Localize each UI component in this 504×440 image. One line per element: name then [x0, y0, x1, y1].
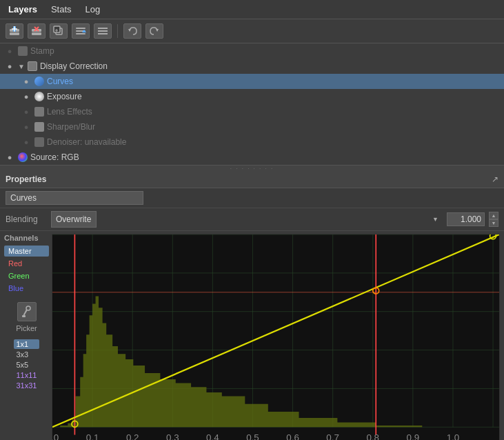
svg-text:0.0: 0.0: [52, 432, 59, 440]
eye-stamp[interactable]: ●: [4, 46, 15, 57]
move-up-button[interactable]: [72, 23, 90, 39]
properties-arrow[interactable]: ↗: [492, 174, 498, 184]
duplicate-button[interactable]: [50, 23, 68, 39]
thumb-stamp: [18, 46, 28, 56]
eye-denoiser[interactable]: ●: [21, 137, 32, 148]
layer-curves[interactable]: ● Curves: [0, 74, 504, 89]
svg-rect-17: [98, 28, 108, 29]
picker-area: Picker 1x1 3x3 5x5 11x11 31x31: [4, 302, 49, 390]
picker-label: Picker: [16, 324, 37, 332]
thumb-curves: [34, 77, 44, 86]
delete-layer-button[interactable]: [28, 23, 46, 39]
blending-select[interactable]: Overwrite Normal Add Multiply Screen: [51, 211, 97, 228]
svg-line-25: [26, 310, 27, 312]
eye-display[interactable]: ●: [4, 61, 15, 72]
svg-marker-20: [128, 29, 131, 32]
svg-text:0.6: 0.6: [286, 432, 299, 440]
channels-panel: Channels Master Red Green Blue Picker: [4, 234, 49, 440]
svg-text:0.7: 0.7: [326, 432, 339, 440]
undo-button[interactable]: [123, 23, 141, 39]
menu-layers[interactable]: Layers: [6, 3, 40, 16]
properties-title: Properties: [6, 174, 46, 184]
layer-source-name: Source: RGB: [30, 152, 500, 162]
properties-header: Properties ↗: [0, 171, 504, 188]
blending-label: Blending: [6, 214, 47, 224]
bottom-section: Properties ↗ Blending Overwrite Normal A…: [0, 171, 504, 440]
list-view-button[interactable]: [94, 23, 112, 39]
toolbar: [0, 19, 504, 43]
layer-exposure[interactable]: ● Exposure: [0, 89, 504, 104]
collapse-display[interactable]: ▼: [18, 63, 25, 70]
svg-marker-43: [52, 296, 499, 427]
eye-source[interactable]: ●: [4, 152, 15, 163]
channel-blue[interactable]: Blue: [4, 283, 49, 294]
channels-title: Channels: [4, 234, 49, 242]
sample-items: 1x1 3x3 5x5 11x11 31x31: [14, 339, 40, 390]
blend-down-button[interactable]: ▼: [489, 219, 498, 227]
svg-text:1.0: 1.0: [447, 432, 460, 440]
thumb-source: [18, 152, 28, 162]
sample-1x1[interactable]: 1x1: [14, 339, 40, 349]
svg-text:0.8: 0.8: [366, 432, 379, 440]
curve-chart-svg[interactable]: 0.0 0.1 0.2 0.3 0.4 0.5 0.6 0.7 0.8 0.9 …: [52, 234, 500, 440]
svg-text:0.2: 0.2: [126, 432, 139, 440]
sample-11x11[interactable]: 11x11: [14, 370, 40, 380]
layer-sharpen-name: Sharpen/Blur: [47, 122, 500, 132]
menu-bar: Layers Stats Log: [0, 0, 504, 19]
layer-denoiser[interactable]: ● Denoiser: unavailable: [0, 134, 504, 150]
layer-lens-name: Lens Effects: [47, 107, 500, 117]
layer-source[interactable]: ● Source: RGB: [0, 150, 504, 165]
eye-sharpen[interactable]: ●: [21, 121, 32, 132]
eye-lens[interactable]: ●: [21, 106, 32, 117]
sample-5x5[interactable]: 5x5: [14, 360, 40, 370]
channel-green[interactable]: Green: [4, 270, 49, 281]
layer-curves-name: Curves: [47, 77, 500, 86]
layer-denoiser-name: Denoiser: unavailable: [47, 137, 500, 147]
add-layer-button[interactable]: [6, 23, 23, 39]
curve-name-input[interactable]: [6, 191, 143, 205]
blending-select-wrap: Overwrite Normal Add Multiply Screen: [51, 211, 443, 228]
sample-3x3[interactable]: 3x3: [14, 350, 40, 359]
blend-up-button[interactable]: ▲: [489, 212, 498, 219]
eye-curves[interactable]: ●: [21, 76, 32, 87]
svg-rect-5: [32, 32, 41, 35]
thumb-lens: [34, 107, 44, 117]
svg-text:0.3: 0.3: [166, 432, 179, 440]
svg-text:0.1: 0.1: [86, 432, 99, 440]
svg-rect-15: [76, 28, 85, 29]
layer-stamp[interactable]: ● Stamp: [0, 43, 504, 59]
blending-value[interactable]: [447, 212, 485, 226]
app-container: Layers Stats Log: [0, 0, 504, 440]
curve-chart-area[interactable]: 0.0 0.1 0.2 0.3 0.4 0.5 0.6 0.7 0.8 0.9 …: [52, 234, 500, 440]
thumb-denoiser: [34, 137, 44, 147]
layer-stamp-name: Stamp: [30, 46, 500, 56]
svg-rect-18: [98, 30, 108, 32]
blending-row: Blending Overwrite Normal Add Multiply S…: [0, 208, 504, 231]
svg-text:0.5: 0.5: [246, 432, 259, 440]
menu-log[interactable]: Log: [83, 3, 103, 16]
curve-name-row: [0, 188, 504, 208]
layer-display-correction[interactable]: ● ▼ Display Correction: [0, 59, 504, 74]
thumb-sharpen: [34, 122, 44, 132]
menu-stats[interactable]: Stats: [48, 3, 74, 16]
redo-button[interactable]: [145, 23, 163, 39]
layers-panel: ● Stamp ● ▼ Display Correction ● Curves …: [0, 43, 504, 166]
picker-button[interactable]: [17, 302, 37, 321]
sample-31x31[interactable]: 31x31: [14, 381, 40, 390]
svg-line-47: [52, 234, 499, 427]
channel-red[interactable]: Red: [4, 258, 49, 269]
curves-content: Channels Master Red Green Blue Picker: [0, 231, 504, 440]
panel-divider[interactable]: · · · · · · · ·: [0, 166, 504, 171]
svg-text:0.9: 0.9: [407, 432, 420, 440]
eye-exposure[interactable]: ●: [21, 91, 32, 102]
layer-sharpen[interactable]: ● Sharpen/Blur: [0, 119, 504, 134]
svg-marker-21: [156, 29, 159, 32]
toolbar-separator: [117, 24, 118, 38]
svg-rect-13: [76, 33, 85, 34]
layer-exposure-name: Exposure: [47, 92, 500, 101]
thumb-display: [28, 61, 37, 71]
channel-master[interactable]: Master: [4, 246, 49, 257]
svg-rect-19: [98, 33, 108, 34]
svg-rect-0: [10, 32, 19, 35]
layer-lens[interactable]: ● Lens Effects: [0, 104, 504, 119]
